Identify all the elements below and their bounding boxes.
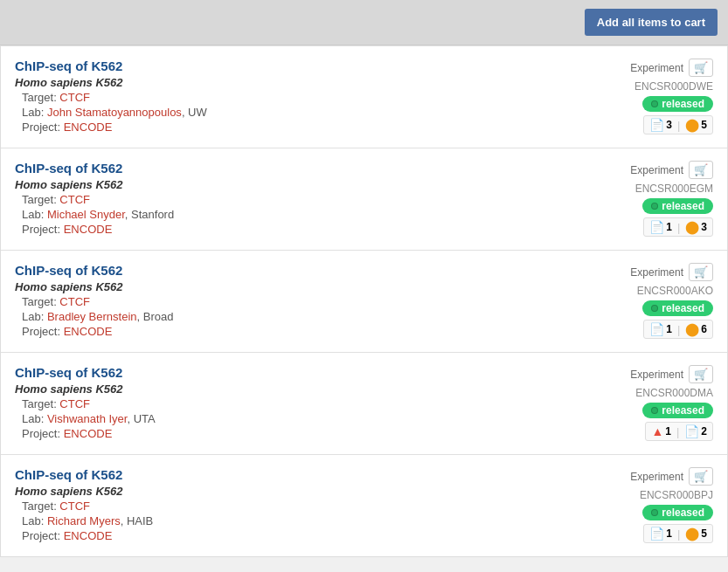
item-project: Project: ENCODE [15,223,573,236]
file-badge-2[interactable]: ⬤6 [685,322,707,336]
item-organism: Homo sapiens K562 [15,485,573,498]
status-label: released [662,302,704,314]
item-lab: Lab: Vishwanath Iyer, UTA [15,412,573,425]
status-dot [651,203,658,210]
file-badge-1[interactable]: 📄1 [649,322,672,336]
item-organism: Homo sapiens K562 [15,178,573,191]
add-to-cart-button[interactable]: 🛒 [689,263,713,281]
project-link[interactable]: ENCODE [64,529,113,542]
item-title[interactable]: ChIP-seq of K562 [15,59,122,73]
item-target: Target: CTCF [15,500,573,513]
accession: ENCSR000BPJ [640,489,713,501]
item-title[interactable]: ChIP-seq of K562 [15,365,122,380]
item-organism: Homo sapiens K562 [15,280,573,293]
experiment-label: Experiment [630,369,683,381]
experiment-label: Experiment [630,62,683,74]
released-badge: released [642,96,713,112]
item-target: Target: CTCF [15,91,573,104]
item-lab: Lab: Bradley Bernstein, Broad [15,310,573,323]
lab-link[interactable]: Bradley Bernstein [47,310,137,323]
item-info: ChIP-seq of K562 Homo sapiens K562 Targe… [15,263,573,340]
target-link[interactable]: CTCF [59,397,90,410]
separator: | [677,323,680,336]
project-link[interactable]: ENCODE [64,121,113,134]
file-badge-2[interactable]: ⬤5 [685,527,707,541]
experiment-row: Experiment 🛒 [630,59,713,77]
separator: | [677,119,680,132]
item-project: Project: ENCODE [15,325,573,338]
lab-link[interactable]: John Stamatoyannopoulos [47,106,182,119]
project-link[interactable]: ENCODE [64,427,113,440]
add-to-cart-button[interactable]: 🛒 [689,59,713,77]
status-label: released [662,507,704,519]
warning-icon: ▲ [651,424,663,438]
file-badge-1[interactable]: 📄1 [649,220,672,234]
file-count-2: 6 [701,323,707,335]
item-title[interactable]: ChIP-seq of K562 [15,263,122,278]
dot-icon: ⬤ [685,322,699,336]
file-icon-2: 📄 [684,424,699,438]
add-all-button[interactable]: Add all items to cart [585,9,718,36]
status-label: released [662,404,704,417]
file-count-2: 5 [701,527,707,540]
file-count-1: 1 [666,323,672,335]
dot-icon: ⬤ [685,118,699,132]
separator: | [676,425,679,438]
accession: ENCSR000AKO [637,285,713,297]
item-project: Project: ENCODE [15,427,573,440]
file-badge-2[interactable]: 📄2 [684,424,707,438]
item-project: Project: ENCODE [15,121,573,134]
status-label: released [662,200,704,212]
file-count-1: 3 [666,119,672,131]
lab-link[interactable]: Richard Myers [47,514,121,527]
item-lab: Lab: John Stamatoyannopoulos, UW [15,106,573,119]
accession: ENCSR000DWE [634,80,713,93]
status-label: released [662,98,704,110]
released-badge: released [642,198,713,214]
status-dot [651,509,658,516]
lab-link[interactable]: Michael Snyder [47,208,125,221]
dot-icon: ⬤ [685,220,699,234]
item-organism: Homo sapiens K562 [15,382,573,396]
project-link[interactable]: ENCODE [64,325,113,338]
item-info: ChIP-seq of K562 Homo sapiens K562 Targe… [15,59,573,135]
target-link[interactable]: CTCF [59,295,90,308]
table-row: ChIP-seq of K562 Homo sapiens K562 Targe… [1,148,727,251]
target-link[interactable]: CTCF [59,500,90,513]
items-list: ChIP-seq of K562 Homo sapiens K562 Targe… [0,45,728,557]
experiment-row: Experiment 🛒 [630,263,713,281]
item-info: ChIP-seq of K562 Homo sapiens K562 Targe… [15,365,573,442]
accession: ENCSR000DMA [635,387,713,399]
project-link[interactable]: ENCODE [64,223,113,236]
file-count-1: 1 [665,425,671,438]
item-meta: Experiment 🛒 ENCSR000AKO released 📄1 | ⬤… [573,263,713,339]
add-to-cart-button[interactable]: 🛒 [689,161,713,179]
file-counts: 📄3 | ⬤5 [643,115,713,134]
file-icon: 📄 [649,322,664,336]
item-title[interactable]: ChIP-seq of K562 [15,161,122,176]
file-badge-2[interactable]: ⬤3 [685,220,707,234]
item-lab: Lab: Michael Snyder, Stanford [15,208,573,221]
item-info: ChIP-seq of K562 Homo sapiens K562 Targe… [15,161,573,238]
experiment-label: Experiment [630,471,683,483]
accession: ENCSR000EGM [635,183,713,195]
released-badge: released [642,403,713,418]
experiment-row: Experiment 🛒 [630,467,713,486]
target-link[interactable]: CTCF [59,91,90,104]
item-title[interactable]: ChIP-seq of K562 [15,467,122,482]
file-icon: 📄 [649,220,664,234]
target-link[interactable]: CTCF [59,193,90,206]
file-count-1: 1 [666,527,672,540]
file-badge-1[interactable]: ▲1 [651,424,671,438]
file-badge-1[interactable]: 📄1 [649,527,672,541]
file-icon: 📄 [649,118,664,132]
lab-link[interactable]: Vishwanath Iyer [47,412,128,425]
file-counts: 📄1 | ⬤3 [643,217,713,237]
file-badge-2[interactable]: ⬤5 [685,118,707,132]
separator: | [677,221,680,234]
file-count-2: 3 [701,221,707,233]
add-to-cart-button[interactable]: 🛒 [689,467,713,486]
file-badge-1[interactable]: 📄3 [649,118,672,132]
status-dot [651,305,658,312]
add-to-cart-button[interactable]: 🛒 [689,365,713,383]
